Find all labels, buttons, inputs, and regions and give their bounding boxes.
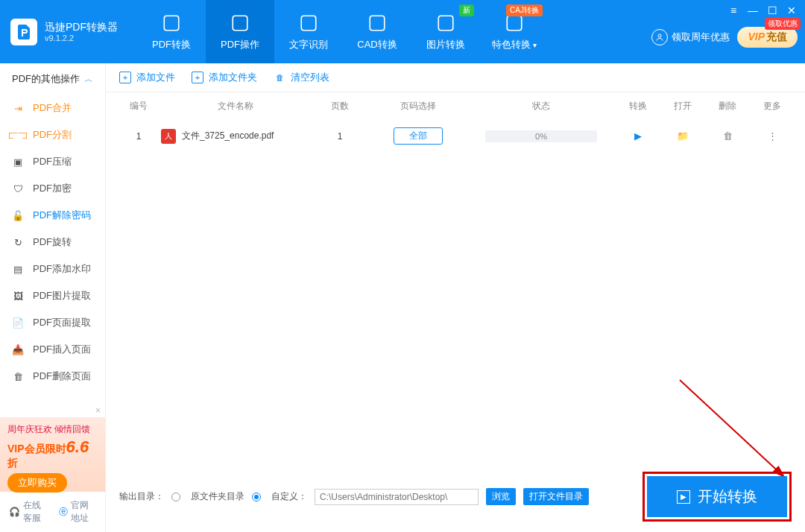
sidebar-item-label: PDF解除密码 (33, 209, 91, 222)
chevron-up-icon: ︿ (84, 73, 93, 86)
promo-box[interactable]: × 周年庆狂欢 倾情回馈 VIP会员限时6.6折 立即购买 (0, 417, 105, 492)
sidebar-item-label: PDF图片提取 (33, 289, 91, 303)
add-file-icon: + (119, 72, 131, 83)
start-highlight: ▶ 开始转换 (643, 472, 792, 522)
radio-original-label: 原文件夹目录 (191, 490, 244, 503)
col-more: 更多 (750, 100, 795, 113)
sidebar-item-icon: 🗑 (12, 370, 24, 382)
vip-button[interactable]: 领取优惠 VIP充值 (737, 27, 798, 48)
sidebar-item-label: PDF加密 (33, 182, 72, 195)
more-icon[interactable]: ⋮ (750, 130, 795, 142)
anniversary-link[interactable]: 领取周年优惠 (651, 29, 730, 45)
convert-icon[interactable]: ▶ (616, 130, 660, 142)
vip-tag: 领取优惠 (765, 18, 801, 30)
menu-icon[interactable]: ≡ (727, 4, 739, 16)
website-link[interactable]: ⓔ官网地址 (59, 499, 96, 525)
sidebar-item-PDF压缩[interactable]: ▣PDF压缩 (0, 148, 105, 175)
tab-图片转换[interactable]: 图片转换新 (411, 0, 480, 63)
tab-label: CAD转换 (357, 38, 397, 51)
tab-PDF转换[interactable]: PDF转换 (137, 0, 206, 63)
sidebar-item-PDF旋转[interactable]: ↻PDF旋转 (0, 229, 105, 256)
user-icon (651, 29, 668, 45)
promo-line2: VIP会员限时6.6折 (7, 437, 98, 470)
radio-custom[interactable] (252, 493, 261, 501)
pdf-icon: 人 (161, 129, 176, 144)
sidebar-item-PDF分割[interactable]: ⫍⫎PDF分割 (0, 121, 105, 148)
tab-icon (435, 13, 456, 34)
sidebar-item-PDF解除密码[interactable]: 🔓PDF解除密码 (0, 202, 105, 229)
add-file-button[interactable]: +添加文件 (119, 71, 175, 84)
sidebar-item-PDF插入页面[interactable]: 📥PDF插入页面 (0, 336, 105, 363)
svg-rect-4 (438, 16, 453, 31)
titlebar: 迅捷PDF转换器 v9.1.2.2 PDF转换PDF操作文字识别CAD转换图片转… (0, 0, 805, 63)
sidebar-item-label: PDF页面提取 (33, 316, 91, 329)
svg-rect-5 (507, 16, 522, 31)
svg-point-6 (658, 34, 661, 37)
sidebar-header[interactable]: PDF的其他操作 ︿ (0, 63, 105, 95)
sidebar-item-label: PDF分割 (33, 128, 72, 142)
tab-icon (367, 13, 388, 34)
logo-area: 迅捷PDF转换器 v9.1.2.2 (0, 19, 137, 45)
sidebar-item-icon: 🔓 (12, 209, 24, 221)
sidebar-item-label: PDF合并 (33, 101, 72, 115)
delete-icon[interactable]: 🗑 (705, 130, 750, 142)
online-service-link[interactable]: 🎧在线客服 (9, 499, 48, 525)
svg-rect-1 (233, 16, 247, 31)
cell-pages: 1 (310, 131, 370, 142)
tab-文字识别[interactable]: 文字识别 (274, 0, 343, 63)
buy-now-button[interactable]: 立即购买 (7, 473, 67, 493)
col-delete: 删除 (705, 100, 750, 113)
sidebar-item-PDF删除页面[interactable]: 🗑PDF删除页面 (0, 363, 105, 390)
open-icon[interactable]: 📁 (660, 130, 705, 142)
sidebar-item-PDF加密[interactable]: 🛡PDF加密 (0, 175, 105, 202)
tab-label: 图片转换 (426, 38, 465, 51)
table-header: 编号 文件名称 页数 页码选择 状态 转换 打开 删除 更多 (106, 92, 805, 120)
radio-original-folder[interactable] (171, 493, 180, 501)
tab-label: PDF转换 (152, 38, 191, 51)
close-icon[interactable]: ✕ (786, 4, 798, 16)
tab-icon (230, 13, 250, 34)
tab-PDF操作[interactable]: PDF操作 (206, 0, 274, 63)
promo-close-icon[interactable]: × (95, 405, 101, 416)
clear-list-button[interactable]: 🗑清空列表 (274, 71, 329, 84)
play-icon: ▶ (677, 490, 690, 504)
sidebar-item-icon: 🖼 (12, 290, 24, 302)
sidebar-item-PDF图片提取[interactable]: 🖼PDF图片提取 (0, 282, 105, 309)
sidebar-item-icon: 🛡 (12, 183, 24, 194)
svg-line-7 (680, 380, 784, 477)
start-convert-button[interactable]: ▶ 开始转换 (647, 476, 787, 517)
footer-links: 🎧在线客服 ⓔ官网地址 (0, 492, 105, 532)
progress-bar: 0% (485, 130, 597, 142)
content-area: +添加文件 +添加文件夹 🗑清空列表 编号 文件名称 页数 页码选择 状态 转换… (106, 63, 805, 532)
browse-button[interactable]: 浏览 (486, 488, 516, 505)
sidebar-item-icon: ▣ (12, 156, 24, 168)
tab-特色转换[interactable]: 特色转换▾CAJ转换 (480, 0, 549, 63)
anniversary-label: 领取周年优惠 (672, 31, 730, 44)
sidebar-item-label: PDF删除页面 (33, 370, 91, 383)
sidebar-item-icon: ↻ (12, 236, 24, 248)
app-version: v9.1.2.2 (45, 34, 118, 42)
col-pages: 页数 (310, 100, 370, 113)
output-label: 输出目录： (119, 490, 164, 503)
sidebar-item-PDF合并[interactable]: ⇥PDF合并 (0, 95, 105, 121)
output-path-input[interactable] (315, 489, 479, 505)
tab-label: PDF操作 (221, 38, 259, 51)
sidebar-item-PDF添加水印[interactable]: ▤PDF添加水印 (0, 256, 105, 282)
tab-label: 文字识别 (289, 38, 328, 51)
cell-no: 1 (116, 131, 161, 142)
tab-CAD转换[interactable]: CAD转换 (343, 0, 411, 63)
sidebar-header-label: PDF的其他操作 (12, 72, 80, 86)
sidebar-list: ⇥PDF合并⫍⫎PDF分割▣PDF压缩🛡PDF加密🔓PDF解除密码↻PDF旋转▤… (0, 95, 105, 417)
maximize-icon[interactable]: ☐ (766, 4, 778, 16)
window-controls: ≡ — ☐ ✕ (727, 4, 798, 16)
vip-label: 充值 (766, 31, 787, 42)
minimize-icon[interactable]: — (747, 4, 759, 16)
start-label: 开始转换 (698, 487, 757, 507)
page-select-button[interactable]: 全部 (394, 127, 443, 145)
app-title: 迅捷PDF转换器 (45, 21, 118, 34)
sidebar-item-PDF页面提取[interactable]: 📄PDF页面提取 (0, 309, 105, 336)
svg-rect-2 (301, 16, 316, 31)
add-folder-button[interactable]: +添加文件夹 (192, 71, 257, 84)
tab-badge: 新 (459, 4, 474, 16)
open-folder-button[interactable]: 打开文件目录 (523, 488, 589, 505)
